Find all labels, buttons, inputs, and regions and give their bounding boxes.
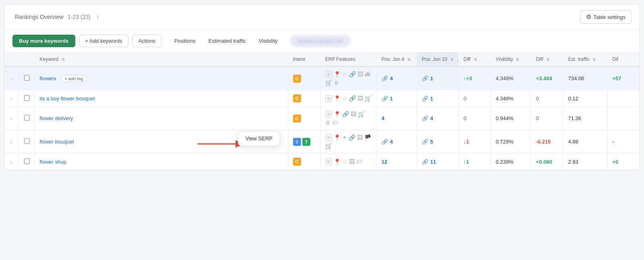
table-row: › flower bouquet I T ⊞ 📍 — [4, 130, 640, 154]
location-icon[interactable]: 📍 — [334, 158, 341, 165]
col-pos-jun4-header: Pos. Jun 4 ⇅ — [376, 52, 417, 67]
gear-icon: ⚙ — [586, 13, 591, 21]
intent-cell: I T — [288, 130, 320, 154]
row-checkbox[interactable] — [24, 75, 30, 81]
link-icon[interactable]: 🔗 — [342, 111, 349, 118]
tab-visibility[interactable]: Visibility — [253, 35, 283, 47]
link-icon[interactable]: 🔗 — [349, 71, 356, 78]
row-checkbox[interactable] — [24, 95, 30, 101]
add-tag-button[interactable]: + add tag — [61, 75, 87, 82]
keyword-link[interactable]: flower delivery — [40, 115, 73, 121]
intent-badge-c: C — [293, 75, 301, 83]
serp-preview-icon[interactable]: ⊞ — [325, 111, 332, 118]
view-serp-tooltip[interactable]: View SERP — [238, 131, 280, 146]
view-tabs: Positions Estimated traffic Visibility — [169, 35, 283, 47]
expand-cell[interactable]: › — [4, 154, 19, 170]
row-checkbox[interactable] — [24, 158, 30, 164]
link-pos-icon: 🔗 — [382, 75, 388, 81]
intent-badge-c: C — [293, 158, 301, 166]
actions-button[interactable]: Actions — [132, 35, 162, 47]
expand-cell[interactable]: › — [4, 67, 19, 90]
expand-icon[interactable]: › — [9, 159, 14, 165]
visibility-cell: 4.348% — [491, 90, 531, 107]
serp-preview-icon[interactable]: ⊞ — [325, 158, 332, 165]
pos-jun10-cell: 🔗4 — [417, 107, 458, 130]
vis-diff-cell: -0.215 — [531, 130, 563, 154]
intent-badge-i: I — [293, 138, 301, 146]
location-icon[interactable]: 📍 — [334, 95, 341, 102]
add-keywords-button[interactable]: + Add keywords — [79, 35, 128, 47]
star-icon[interactable]: ☆ — [342, 158, 347, 165]
col-vis-diff-header: Diff ⇅ — [531, 52, 563, 67]
expand-icon[interactable]: › — [9, 96, 14, 102]
vis-diff-sort-icon[interactable]: ⇅ — [546, 57, 549, 62]
serp-preview-icon[interactable]: ⊞ — [325, 71, 332, 78]
keyword-link[interactable]: flower shop — [40, 159, 66, 165]
frame-icon[interactable]: 🖼 — [349, 158, 355, 165]
expand-cell[interactable]: › — [4, 130, 19, 154]
diff-sort-icon[interactable]: ⇅ — [474, 57, 477, 62]
flag-icon[interactable]: 🏴 — [364, 134, 371, 141]
star-icon[interactable]: ☆ — [342, 71, 347, 78]
pos-jun4-sort-icon[interactable]: ⇅ — [407, 57, 411, 62]
cart-icon[interactable]: 🛒 — [325, 79, 332, 86]
keyword-link[interactable]: its a boy flower bouquet — [40, 96, 95, 102]
traffic-sort-icon[interactable]: ⇅ — [592, 57, 596, 62]
info-icon[interactable]: i — [97, 14, 98, 20]
frame-icon[interactable]: 🖼 — [357, 134, 363, 141]
monitor-icon[interactable]: 🖥 — [334, 79, 339, 86]
frame-icon[interactable]: 🖼 — [357, 95, 363, 102]
diff-value: ↑+3 — [464, 75, 472, 81]
traffic-cell: 734.06 — [563, 67, 607, 90]
tag-icon[interactable]: 🏷 — [356, 158, 362, 165]
expand-cell[interactable]: › — [4, 107, 19, 130]
row-checkbox[interactable] — [24, 115, 30, 121]
domain-pill: domain.example.com — [291, 35, 350, 47]
tag-icon[interactable]: 🏷 — [332, 119, 338, 126]
serp-preview-icon[interactable]: ⊞ — [325, 95, 332, 102]
checkbox-cell[interactable] — [19, 107, 35, 130]
table-settings-button[interactable]: ⚙ Table settings — [580, 10, 632, 24]
star-icon2[interactable]: ✦ — [342, 134, 347, 141]
serp-features-cell: ⊞ 📍 ☆ 🔗 🖼 🏙 🛒 🖥 — [320, 67, 376, 90]
serp-icons-group: ⊞ 📍 ☆ 🖼 🏷 — [325, 158, 372, 165]
checkbox-cell[interactable] — [19, 67, 35, 90]
rankings-table: Keyword ⇅ Intent ERP Features Pos. Jun 4… — [4, 52, 640, 170]
keyword-sort-icon[interactable]: ⇅ — [62, 57, 65, 62]
expand-icon[interactable]: › — [9, 116, 14, 122]
serp-icons-group: ⊞ 📍 ☆ 🔗 🖼 🛒 — [325, 95, 372, 102]
keyword-link[interactable]: flowers — [40, 75, 56, 81]
location-icon[interactable]: 📍 — [334, 134, 341, 141]
location-icon[interactable]: 📍 — [334, 111, 341, 118]
expand-icon[interactable]: › — [9, 76, 14, 82]
visibility-sort-icon[interactable]: ⇅ — [516, 57, 519, 62]
keyword-link[interactable]: flower bouquet — [40, 139, 74, 145]
expand-icon[interactable]: › — [9, 139, 14, 145]
keyword-cell: flowers + add tag — [35, 67, 288, 90]
star-icon[interactable]: ☆ — [342, 95, 347, 102]
cart-icon[interactable]: 🛒 — [365, 95, 372, 102]
pos-jun10-sort-icon[interactable]: ⇅ — [450, 57, 454, 62]
pos-jun4-value: 🔗 4 — [382, 75, 412, 81]
row-checkbox[interactable] — [24, 138, 30, 144]
link-icon[interactable]: 🔗 — [349, 134, 355, 141]
visibility-cell: 4.348% — [491, 67, 531, 90]
frame-icon[interactable]: 🖼 — [351, 111, 356, 118]
checkbox-cell[interactable] — [19, 130, 35, 154]
intent-cell: C — [288, 90, 320, 107]
serp-preview-icon[interactable]: ⊞ — [325, 134, 332, 141]
frame-icon[interactable]: 🖼 — [357, 71, 363, 78]
buy-keywords-button[interactable]: Buy more keywords — [12, 35, 75, 47]
location-icon[interactable]: 📍 — [334, 71, 341, 78]
link-icon[interactable]: 🔗 — [349, 95, 356, 102]
checkbox-cell[interactable] — [19, 90, 35, 107]
cart-icon[interactable]: 🛒 — [325, 143, 332, 149]
checkbox-cell[interactable] — [19, 154, 35, 170]
tab-estimated-traffic[interactable]: Estimated traffic — [203, 35, 252, 47]
serp-icons-group: ⊞ 📍 🔗 🖼 🛒 🖥 🏷 — [325, 111, 372, 126]
monitor-icon[interactable]: 🖥 — [325, 119, 331, 126]
cart-icon[interactable]: 🛒 — [358, 111, 365, 118]
tab-positions[interactable]: Positions — [169, 35, 201, 47]
expand-cell[interactable]: › — [4, 90, 19, 107]
image-icon[interactable]: 🏙 — [365, 71, 370, 78]
